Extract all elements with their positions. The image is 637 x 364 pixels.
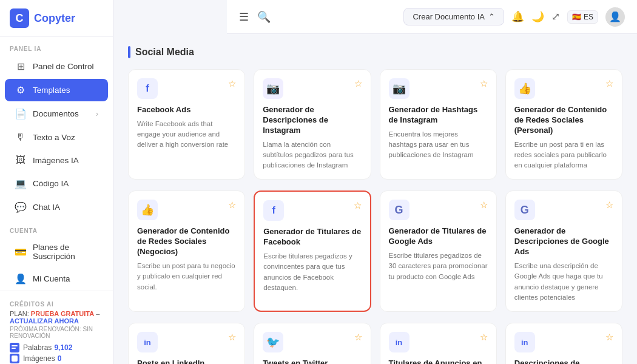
sidebar-item-label: Planes de Suscripción <box>33 243 98 261</box>
actualizar-link[interactable]: ACTUALIZAR AHORA <box>10 317 79 325</box>
chevron-icon: › <box>96 110 98 118</box>
create-doc-label: Crear Documento IA <box>413 12 485 21</box>
create-doc-button[interactable]: Crear Documento IA ⌃ <box>403 8 504 25</box>
card-desc: Write Facebook ads that engage your audi… <box>137 119 236 150</box>
card-top: in ☆ <box>389 332 488 352</box>
card-top: 👍 ☆ <box>514 78 613 99</box>
fullscreen-icon[interactable]: ⤢ <box>551 10 560 23</box>
card-title: Posts en LinkedIn <box>137 359 236 364</box>
card-titulares-anuncios-linkedin[interactable]: in ☆ Titulares de Anuncios en LinkedIn <box>380 323 497 364</box>
card-top: in ☆ <box>137 332 236 352</box>
card-titulares-facebook[interactable]: f ☆ Generador de Titulares de Facebook E… <box>254 190 371 312</box>
instagram-icon: 📷 <box>263 78 283 99</box>
card-top: G ☆ <box>389 200 488 220</box>
card-posts-linkedin[interactable]: in ☆ Posts en LinkedIn Crea un post de l… <box>128 323 245 364</box>
card-descripciones-google-ads[interactable]: G ☆ Generador de Descripciones de Google… <box>505 190 622 312</box>
star-icon[interactable]: ☆ <box>354 332 362 343</box>
card-title: Tweets en Twitter <box>263 359 362 364</box>
prueba-link[interactable]: PRUEBA GRATUITA <box>31 310 94 317</box>
dark-mode-icon[interactable]: 🌙 <box>531 10 544 23</box>
chevron-up-icon: ⌃ <box>488 12 495 21</box>
user-avatar[interactable]: 👤 <box>605 7 625 27</box>
star-icon[interactable]: ☆ <box>354 200 362 211</box>
palabras-icon <box>10 343 19 352</box>
menu-icon[interactable]: ☰ <box>239 10 249 24</box>
card-contenido-redes-negocios[interactable]: 👍 ☆ Generador de Contenido de Redes Soci… <box>128 190 245 312</box>
sidebar-item-mi-cuenta[interactable]: 👤 Mi Cuenta <box>5 268 108 290</box>
notification-icon[interactable]: 🔔 <box>511 10 524 23</box>
cuenta-label: CUENTA <box>0 219 113 237</box>
card-descripciones-anuncios-linkedin[interactable]: in ☆ Descripciones de Anuncios en Linked… <box>505 323 622 364</box>
star-icon[interactable]: ☆ <box>480 200 488 211</box>
card-tweets-twitter[interactable]: 🐦 ☆ Tweets en Twitter Generar tweets int… <box>254 323 371 364</box>
star-icon[interactable]: ☆ <box>480 332 488 343</box>
cards-row-1: f ☆ Facebook Ads Write Facebook ads that… <box>128 69 622 180</box>
sidebar-item-templates[interactable]: ⚙ Templates <box>5 79 108 101</box>
sidebar-item-label: Imágenes IA <box>33 156 79 165</box>
svg-rect-2 <box>12 356 18 362</box>
topbar-right: Crear Documento IA ⌃ 🔔 🌙 ⤢ 🇪🇸 ES 👤 <box>403 7 625 27</box>
sidebar-item-planes[interactable]: 💳 Planes de Suscripción <box>5 237 108 266</box>
content-area: Social Media f ☆ Facebook Ads Write Face… <box>113 34 637 364</box>
thumbsup-icon: 👍 <box>514 78 535 99</box>
card-title: Generador de Titulares de Facebook <box>263 227 361 248</box>
topbar: ☰ 🔍 Crear Documento IA ⌃ 🔔 🌙 ⤢ 🇪🇸 ES 👤 <box>227 0 637 34</box>
sidebar-item-imagenes-ia[interactable]: 🖼 Imágenes IA <box>5 149 108 171</box>
facebook-icon: f <box>137 78 158 99</box>
section-bar-decoration <box>128 46 130 58</box>
card-title: Generador de Contenido de Redes Sociales… <box>514 105 613 136</box>
plan-line: PLAN: PRUEBA GRATUITA – ACTUALIZAR AHORA <box>10 310 103 325</box>
templates-icon: ⚙ <box>15 84 27 96</box>
star-icon[interactable]: ☆ <box>480 78 488 89</box>
language-selector[interactable]: 🇪🇸 ES <box>567 10 598 24</box>
card-title: Generador de Descripciones de Instagram <box>263 105 362 136</box>
card-title: Generador de Contenido de Redes Sociales… <box>137 226 236 257</box>
star-icon[interactable]: ☆ <box>228 200 236 211</box>
card-top: 📷 ☆ <box>263 78 362 99</box>
linkedin2-icon: in <box>389 332 410 352</box>
google-icon: G <box>389 200 410 220</box>
card-titulares-google-ads[interactable]: G ☆ Generador de Titulares de Google Ads… <box>380 190 497 312</box>
texto-voz-icon: 🎙 <box>15 132 27 143</box>
panel-control-icon: ⊞ <box>15 61 27 72</box>
logo-area: C Copyter <box>0 0 113 37</box>
star-icon[interactable]: ☆ <box>605 78 613 89</box>
planes-icon: 💳 <box>15 246 27 258</box>
right-panel: ☰ 🔍 Crear Documento IA ⌃ 🔔 🌙 ⤢ 🇪🇸 ES 👤 <box>113 0 637 364</box>
instagram2-icon: 📷 <box>389 78 410 99</box>
card-contenido-redes-personal[interactable]: 👍 ☆ Generador de Contenido de Redes Soci… <box>505 69 622 180</box>
sidebar-item-documentos[interactable]: 📄 Documentos › <box>5 103 108 125</box>
card-desc: Encuentra los mejores hashtags para usar… <box>389 129 488 161</box>
card-gen-hashtags-instagram[interactable]: 📷 ☆ Generador de Hashtags de Instagram E… <box>380 69 497 180</box>
star-icon[interactable]: ☆ <box>605 332 613 343</box>
sidebar: C Copyter PANEL IA ⊞ Panel de Control ⚙ … <box>0 0 113 364</box>
card-title: Generador de Titulares de Google Ads <box>389 226 488 247</box>
card-gen-desc-instagram[interactable]: 📷 ☆ Generador de Descripciones de Instag… <box>254 69 371 180</box>
linkedin3-icon: in <box>514 332 535 352</box>
search-icon[interactable]: 🔍 <box>257 10 271 24</box>
card-desc: Escribe titulares pegadizos de 30 caract… <box>389 251 488 282</box>
star-icon[interactable]: ☆ <box>228 78 236 89</box>
logo-name: Copyter <box>34 12 75 25</box>
sidebar-item-label: Chat IA <box>33 203 60 212</box>
star-icon[interactable]: ☆ <box>228 332 236 343</box>
imagenes-icon: 🖼 <box>15 155 27 166</box>
cards-row-2: 👍 ☆ Generador de Contenido de Redes Soci… <box>128 190 622 312</box>
thumbsup2-icon: 👍 <box>137 200 158 220</box>
sidebar-item-label: Templates <box>33 86 70 95</box>
card-title: Descripciones de Anuncios en LinkedIn <box>514 359 613 364</box>
codigo-icon: 💻 <box>15 178 27 189</box>
sidebar-item-texto-a-voz[interactable]: 🎙 Texto a Voz <box>5 126 108 148</box>
sidebar-item-label: Texto a Voz <box>33 133 75 142</box>
card-desc: Llama la atención con subtítulos pegadiz… <box>263 140 362 171</box>
sidebar-item-codigo-ia[interactable]: 💻 Código IA <box>5 172 108 195</box>
card-facebook-ads[interactable]: f ☆ Facebook Ads Write Facebook ads that… <box>128 69 245 180</box>
card-title: Generador de Descripciones de Google Ads <box>514 226 613 257</box>
star-icon[interactable]: ☆ <box>605 200 613 211</box>
svg-rect-0 <box>12 345 18 346</box>
sidebar-item-chat-ia[interactable]: 💬 Chat IA <box>5 196 108 218</box>
sidebar-item-panel-control[interactable]: ⊞ Panel de Control <box>5 55 108 78</box>
topbar-left: ☰ 🔍 <box>239 10 271 24</box>
imagenes-credit-row: Imágenes 0 <box>10 354 103 363</box>
star-icon[interactable]: ☆ <box>354 78 362 89</box>
